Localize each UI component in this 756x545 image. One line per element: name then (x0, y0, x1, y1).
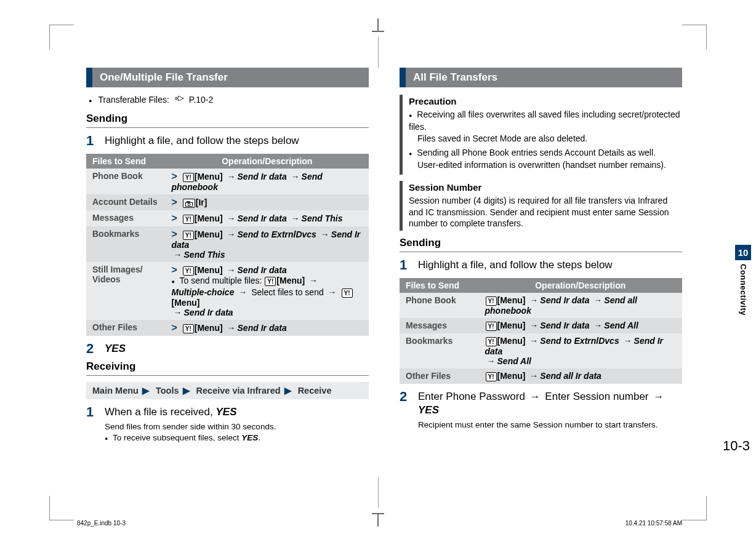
step-number: 2 (86, 342, 96, 356)
table-row: Phone Book Y![Menu] →Send Ir data →Send … (400, 293, 682, 318)
section-accent (86, 68, 92, 87)
step-2: 2 Enter Phone Password → Enter Session n… (400, 390, 682, 431)
gt-icon: > (172, 171, 177, 181)
arrow-icon: → (227, 265, 236, 275)
section-header: One/Multiple File Transfer (86, 68, 369, 87)
row-op: Y![Menu] →Send all Ir data (479, 368, 682, 384)
rule (86, 127, 369, 128)
row-op: > Y![Menu] →Send Ir data →Send This (166, 210, 369, 226)
step-number: 1 (400, 258, 409, 272)
crop-mark (377, 18, 379, 31)
row-label: Other Files (86, 320, 166, 336)
row-op: > [Ir] (166, 194, 369, 210)
y-key-icon: Y! (486, 372, 497, 381)
camera-key-icon (183, 199, 195, 208)
row-op: Y![Menu] →Send to ExtrnlDvcs →Send Ir da… (479, 333, 682, 368)
page-number: 10-3 (723, 438, 750, 454)
col-files: Files to Send (86, 154, 166, 169)
y-key-icon: Y! (486, 337, 497, 346)
bullet-icon (172, 276, 177, 285)
y-key-icon: Y! (183, 324, 194, 333)
arrow-icon: → (174, 308, 182, 317)
arrow-icon: → (529, 320, 538, 330)
left-column: One/Multiple File Transfer Transferable … (86, 68, 369, 448)
gt-icon: > (172, 265, 177, 275)
pointer-icon (174, 95, 184, 102)
row-op: > Y![Menu] →Send Ir data (166, 320, 369, 336)
transferable-files-line: Transferable Files: P.10-2 (89, 95, 369, 106)
y-key-icon: Y! (183, 173, 194, 182)
y-key-icon: Y! (183, 231, 194, 240)
step-note: Recipient must enter the same Session nu… (418, 420, 682, 431)
footer-left: 842p_E.indb 10-3 (77, 520, 126, 527)
chapter-number: 10 (735, 245, 751, 260)
arrow-icon: → (529, 336, 538, 346)
table-row: Other Files > Y![Menu] →Send Ir data (86, 320, 369, 336)
row-label: Bookmarks (86, 226, 166, 262)
arrow-icon: → (227, 229, 236, 239)
row-op: Y![Menu] →Send Ir data →Send all phonebo… (479, 293, 682, 318)
recv-step-1: 1 When a file is received, YES Send file… (86, 405, 369, 444)
rule (400, 252, 682, 252)
y-key-icon: Y! (265, 277, 276, 286)
step-number: 1 (86, 134, 96, 148)
table-row: Phone Book > Y![Menu] →Send Ir data →Sen… (86, 169, 369, 194)
arrow-icon: → (174, 250, 182, 260)
arrow-icon: → (487, 356, 496, 366)
step-2: 2 YES (86, 342, 369, 356)
gt-icon: > (172, 322, 177, 333)
arrow-icon: → (291, 213, 300, 223)
transferable-label: Transferable Files: (98, 95, 169, 105)
session-body: Session number (4 digits) is required fo… (409, 195, 682, 230)
bullet-icon (105, 433, 110, 442)
crop-mark (682, 25, 707, 49)
col-op: Operation/Description (166, 154, 369, 169)
arrow-icon: → (321, 229, 329, 239)
precaution-title: Precaution (409, 96, 682, 106)
step-1: 1 Highlight a file, and follow the steps… (400, 258, 682, 272)
y-key-icon: Y! (486, 322, 497, 331)
table-row: Bookmarks > Y![Menu] →Send to ExtrnlDvcs… (86, 226, 369, 262)
step-text: Highlight a file, and follow the steps b… (418, 258, 682, 272)
section-accent (400, 68, 406, 87)
table-row: Other Files Y![Menu] →Send all Ir data (400, 368, 682, 384)
svg-point-2 (188, 203, 190, 205)
arrow-icon: → (291, 172, 300, 181)
col-op: Operation/Description (479, 278, 682, 293)
arrow-icon: → (593, 295, 602, 305)
section-title: One/Multiple File Transfer (92, 68, 369, 87)
session-number-box: Session Number Session number (4 digits)… (400, 181, 682, 231)
arrow-icon: → (328, 287, 337, 297)
triangle-icon: ▶ (142, 386, 150, 396)
session-title: Session Number (409, 182, 682, 193)
table-row: Messages > Y![Menu] →Send Ir data →Send … (86, 210, 369, 226)
chapter-name: Connectivity (739, 264, 748, 316)
files-table: Files to Send Operation/Description Phon… (86, 154, 369, 336)
arrow-icon: → (624, 336, 632, 346)
recv-note: Send files from sender side within 30 se… (105, 422, 276, 431)
y-key-icon: Y! (183, 266, 194, 276)
right-column: All File Transfers Precaution Receiving … (400, 68, 682, 448)
row-label: Phone Book (400, 293, 479, 318)
crop-mark (378, 37, 379, 68)
precaution-box: Precaution Receiving all files overwrite… (400, 95, 682, 175)
bullet-icon (89, 95, 94, 106)
sending-heading: Sending (400, 237, 682, 249)
y-key-icon: Y! (183, 215, 194, 224)
table-row: Messages Y![Menu] →Send Ir data →Send Al… (400, 318, 682, 333)
crop-mark (372, 513, 384, 514)
row-label: Phone Book (86, 169, 166, 194)
row-label: Bookmarks (400, 333, 479, 368)
files-table-all: Files to Send Operation/Description Phon… (400, 278, 682, 383)
table-row: Bookmarks Y![Menu] →Send to ExtrnlDvcs →… (400, 333, 682, 368)
step-text: YES (105, 343, 126, 354)
step-text: Highlight a file, and follow the steps b… (105, 134, 369, 148)
arrow-icon: → (529, 295, 538, 305)
side-tab: 10 Connectivity (735, 245, 751, 316)
row-op: > Y![Menu] →Send Ir data →Send phonebook (166, 169, 369, 194)
col-files: Files to Send (400, 278, 479, 293)
arrow-icon: → (653, 391, 664, 402)
arrow-icon: → (530, 391, 541, 402)
rule (86, 375, 369, 376)
row-label: Still Images/ Videos (86, 262, 166, 320)
